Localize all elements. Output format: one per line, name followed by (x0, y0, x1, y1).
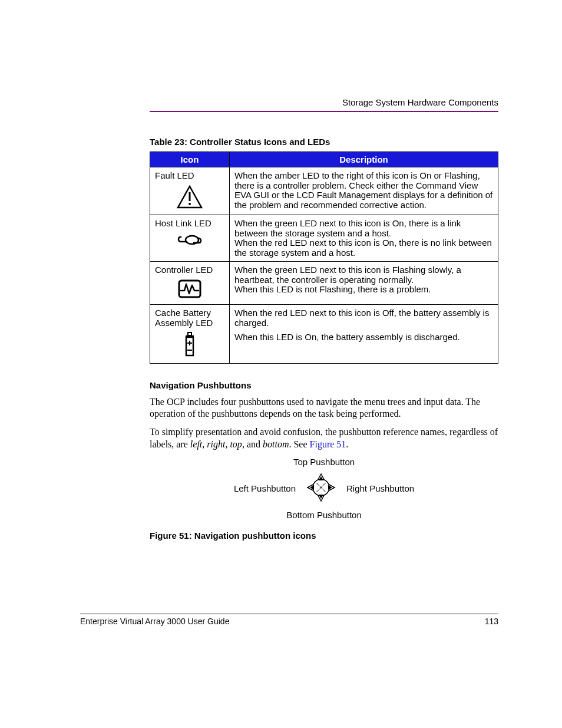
figure-51: Top Pushbutton Left Pushbutton Right Pus… (150, 457, 498, 541)
status-table: Icon Description Fault LED (150, 151, 498, 364)
battery-led-label: Cache Battery Assembly LED (155, 308, 224, 328)
fault-led-icon (155, 185, 224, 212)
footer-page-number: 113 (485, 617, 498, 626)
nav-heading: Navigation Pushbuttons (150, 380, 498, 390)
fault-led-label: Fault LED (155, 171, 224, 181)
fig-label-bottom: Bottom Pushbutton (150, 510, 498, 520)
footer-doc-title: Enterprise Virtual Array 3000 User Guide (80, 617, 229, 626)
section-header: Storage System Hardware Components (150, 97, 498, 107)
table-row: Controller LED When the green LED next t… (150, 262, 498, 305)
svg-rect-6 (186, 337, 193, 355)
body-p1: The OCP includes four pushbuttons used t… (150, 396, 498, 421)
th-icon: Icon (150, 152, 230, 167)
host-link-desc1: When the green LED next to this icon is … (234, 219, 493, 238)
fig-label-top: Top Pushbutton (150, 457, 498, 467)
controller-led-label: Controller LED (155, 265, 224, 275)
header-rule (150, 111, 498, 112)
battery-desc1: When the red LED next to this icon is Of… (234, 308, 493, 328)
page-footer: Enterprise Virtual Array 3000 User Guide… (80, 614, 498, 626)
table-row: Fault LED When the amber LED to the righ… (150, 167, 498, 215)
body-p2: To simplify presentation and avoid confu… (150, 426, 498, 451)
fig-label-right: Right Pushbutton (346, 483, 414, 493)
battery-led-icon (155, 331, 224, 360)
table-row: Cache Battery Assembly LED When th (150, 305, 498, 364)
svg-point-1 (189, 203, 191, 205)
fault-led-desc: When the amber LED to the right of this … (234, 171, 493, 210)
controller-desc2: When this LED is not Flashing, there is … (234, 285, 493, 295)
figure-51-link[interactable]: Figure 51 (310, 439, 346, 449)
table-row: Host Link LED When the green LED next to… (150, 215, 498, 262)
figure-caption: Figure 51: Navigation pushbutton icons (150, 531, 498, 541)
nav-pushbutton-icon (306, 473, 336, 504)
controller-desc1: When the green LED next to this icon is … (234, 265, 493, 285)
battery-desc2: When this LED is On, the battery assembl… (234, 332, 493, 342)
svg-rect-3 (179, 281, 200, 297)
controller-led-icon (155, 279, 224, 301)
host-link-label: Host Link LED (155, 219, 224, 229)
host-link-desc2: When the red LED next to this icon is On… (234, 238, 493, 258)
svg-rect-4 (188, 332, 191, 335)
th-desc: Description (230, 152, 498, 167)
fig-label-left: Left Pushbutton (234, 483, 296, 493)
table-caption: Table 23: Controller Status Icons and LE… (150, 137, 498, 147)
host-link-led-icon (155, 232, 224, 250)
